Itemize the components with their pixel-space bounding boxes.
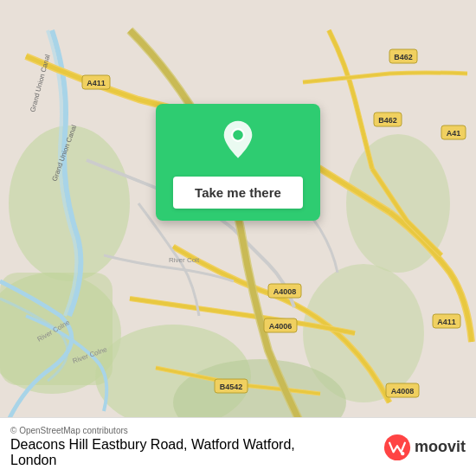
- svg-text:B462: B462: [394, 53, 413, 61]
- moovit-brand-name: moovit: [415, 438, 466, 456]
- svg-text:River Colt: River Colt: [169, 256, 200, 264]
- address-info: © OpenStreetMap contributors Deacons Hil…: [10, 426, 295, 468]
- svg-text:A411: A411: [87, 79, 106, 87]
- svg-text:A411: A411: [437, 318, 456, 326]
- map-container: A411 B462 B462 A4008 A4006 B4542 A411 A4…: [0, 0, 476, 476]
- address-line2: London: [10, 453, 56, 467]
- moovit-logo: moovit: [383, 434, 466, 461]
- pin-icon: [217, 119, 259, 164]
- svg-point-31: [232, 129, 244, 141]
- moovit-icon: [383, 434, 411, 461]
- svg-point-33: [401, 451, 404, 454]
- address-line1: Deacons Hill Eastbury Road, Watford Watf…: [10, 437, 295, 452]
- location-card: Take me there: [156, 104, 320, 221]
- svg-text:A4008: A4008: [391, 387, 415, 396]
- bottom-info-bar: © OpenStreetMap contributors Deacons Hil…: [0, 417, 476, 476]
- copyright-text: © OpenStreetMap contributors: [10, 426, 295, 435]
- svg-text:B4542: B4542: [220, 383, 243, 391]
- svg-text:A4006: A4006: [269, 322, 293, 331]
- svg-text:B462: B462: [378, 116, 397, 125]
- take-me-there-button[interactable]: Take me there: [173, 177, 303, 209]
- address-block: Deacons Hill Eastbury Road, Watford Watf…: [10, 437, 295, 468]
- svg-text:A4008: A4008: [273, 287, 297, 296]
- svg-text:A41: A41: [447, 129, 461, 138]
